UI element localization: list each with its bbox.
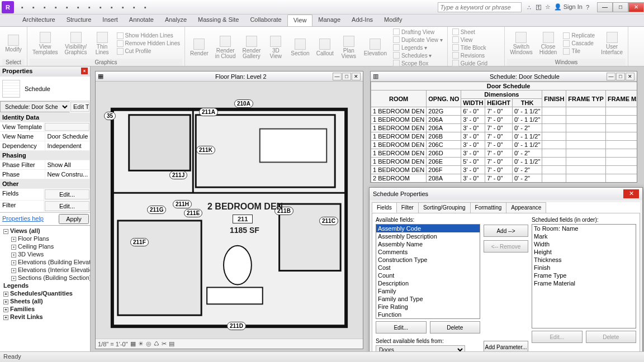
ribbon-schedules--button[interactable]: Schedules ▾	[391, 51, 445, 59]
ribbon-view-button[interactable]: ViewTemplates	[30, 31, 61, 56]
ribbon-cascade-button[interactable]: Cascade	[561, 40, 597, 47]
edit-type-button[interactable]: Edit Type	[70, 102, 89, 112]
type-selector[interactable]: Schedule: Door Sche	[0, 101, 70, 112]
ribbon-render-button[interactable]: RenderGallery	[240, 35, 264, 60]
door-tag[interactable]: 211E	[184, 209, 202, 217]
tab-annotate[interactable]: Annotate	[124, 15, 159, 26]
dlg-tab-appearance[interactable]: Appearance	[506, 202, 546, 213]
tree-item[interactable]: +Families	[1, 305, 89, 313]
prop-value[interactable]: Edit...	[45, 189, 89, 199]
ribbon-modify-button[interactable]: Modify	[2, 34, 25, 54]
door-tag[interactable]: 35	[104, 112, 116, 120]
ribbon-legends--button[interactable]: Legends ▾	[391, 44, 445, 51]
tree-item[interactable]: Legends	[1, 282, 89, 289]
list-item[interactable]: Family and Type	[376, 295, 480, 303]
list-item[interactable]: Description	[376, 279, 480, 287]
signin-link[interactable]: 👤 Sign In	[554, 3, 583, 11]
tab-structure[interactable]: Structure	[61, 15, 97, 26]
ribbon-guide-grid-button[interactable]: Guide Grid	[450, 59, 502, 67]
prop-value[interactable]: Edit...	[45, 201, 89, 211]
tab-add-ins[interactable]: Add-Ins	[346, 15, 378, 26]
list-item[interactable]: Frame Type	[532, 272, 636, 279]
ribbon-show-hidden-lines-button[interactable]: Show Hidden Lines	[115, 32, 182, 40]
table-row[interactable]: 1 BEDROOM DEN206B3' - 0"7' - 0"0' - 1 1/…	[371, 132, 637, 141]
list-item[interactable]: Function	[376, 311, 480, 318]
tree-item[interactable]: +Sheets (all)	[1, 297, 89, 305]
minimize-icon[interactable]: —	[607, 73, 615, 80]
ribbon-plan-button[interactable]: PlanViews	[338, 35, 360, 60]
tree-item[interactable]: +Ceiling Plans	[1, 242, 89, 250]
tab-massing-site[interactable]: Massing & Site	[192, 15, 244, 26]
ribbon-render-button[interactable]: Renderin Cloud	[212, 35, 239, 60]
list-item[interactable]: Height	[532, 248, 636, 256]
remove-button[interactable]: <-- Remove	[484, 240, 528, 253]
close-icon[interactable]: ✕	[623, 189, 639, 198]
3d-icon[interactable]: ▪	[141, 3, 150, 12]
copy-icon[interactable]: ▪	[85, 3, 94, 12]
close-button[interactable]: ✕	[628, 2, 644, 12]
tree-item[interactable]: +Elevations (Interior Elevation)	[1, 266, 89, 274]
close-icon[interactable]: ✕	[352, 73, 361, 80]
prop-value[interactable]: New Constru...	[45, 170, 91, 179]
print-icon[interactable]: ▪	[63, 3, 72, 12]
list-item[interactable]: Mark	[532, 232, 636, 240]
project-browser[interactable]: −Views (all)+Floor Plans+Ceiling Plans+3…	[0, 225, 90, 351]
door-tag[interactable]: 210A	[234, 99, 253, 108]
ribbon-drafting-view-button[interactable]: Drafting View	[391, 28, 445, 36]
paste-icon[interactable]: ▪	[96, 3, 105, 12]
prop-value[interactable]: Door Schedule	[45, 132, 91, 141]
prop-value[interactable]	[45, 123, 89, 131]
table-row[interactable]: 1 BEDROOM DEN202G6' - 0"7' - 0"0' - 1 1/…	[371, 107, 637, 116]
search-input[interactable]	[438, 2, 522, 12]
maximize-icon[interactable]: □	[616, 73, 625, 80]
star-icon[interactable]: ☆	[545, 3, 551, 11]
minimize-button[interactable]: —	[597, 2, 613, 12]
door-tag[interactable]: 211K	[196, 146, 215, 154]
list-item[interactable]: Comments	[376, 248, 480, 256]
delete-button[interactable]: Delete	[586, 331, 637, 343]
scheduled-fields-list[interactable]: To Room: NameMarkWidthHeightThicknessFin…	[532, 224, 636, 328]
edit-button[interactable]: Edit...	[376, 321, 427, 334]
ribbon-sheet-button[interactable]: Sheet	[450, 28, 502, 36]
tab-collaborate[interactable]: Collaborate	[244, 15, 287, 26]
save-icon[interactable]: ▪	[18, 3, 27, 12]
list-item[interactable]: To Room: Name	[532, 225, 636, 232]
ribbon-section-button[interactable]: Section	[288, 37, 312, 58]
tree-item[interactable]: +Schedules/Quantities	[1, 289, 89, 297]
ribbon-switch-button[interactable]: SwitchWindows	[507, 31, 536, 56]
ribbon--d-button[interactable]: 3DView	[264, 35, 287, 60]
dlg-tab-fields[interactable]: Fields	[372, 202, 397, 213]
tree-item[interactable]: +3D Views	[1, 250, 89, 258]
add-button[interactable]: Add -->	[484, 225, 528, 237]
view-control-bar[interactable]: 1/8" = 1'-0"▦☀◎♺✂▤	[96, 339, 363, 349]
undo-icon[interactable]: ▪	[40, 3, 49, 12]
tree-item[interactable]: +Elevations (Building Elevation)	[1, 258, 89, 266]
tree-item[interactable]: +Sections (Building Section)	[1, 274, 89, 282]
table-row[interactable]: 2 BEDROOM208A3' - 0"7' - 0"0' - 2"	[371, 174, 637, 183]
list-item[interactable]: Construction Type	[376, 256, 480, 264]
tab-view[interactable]: View	[287, 15, 313, 26]
table-row[interactable]: 1 BEDROOM DEN206C3' - 0"7' - 0"0' - 1 1/…	[371, 141, 637, 149]
door-tag[interactable]: 211G	[147, 206, 166, 214]
properties-help-link[interactable]: Properties help	[1, 214, 59, 224]
maximize-button[interactable]: □	[613, 2, 628, 12]
prop-value[interactable]: Independent	[45, 141, 91, 150]
tree-item[interactable]: +Revit Links	[1, 313, 89, 321]
tab-modify[interactable]: Modify	[378, 15, 408, 26]
home-icon[interactable]: ▪	[130, 3, 139, 12]
ribbon-duplicate-view--button[interactable]: Duplicate View ▾	[391, 36, 445, 44]
list-item[interactable]: Assembly Name	[376, 240, 480, 248]
open-icon[interactable]: ▪	[29, 3, 38, 12]
ribbon-visibility--button[interactable]: Visibility/Graphics	[62, 31, 90, 56]
close-icon[interactable]: ✕	[626, 73, 634, 80]
ribbon-revisions-button[interactable]: Revisions	[450, 51, 502, 59]
door-tag[interactable]: 211J	[169, 171, 187, 179]
ribbon-thin-button[interactable]: ThinLines	[91, 31, 113, 56]
dlg-tab-filter[interactable]: Filter	[396, 202, 419, 213]
list-item[interactable]: Thickness	[532, 256, 636, 264]
ribbon-scope-box-button[interactable]: Scope Box	[391, 59, 445, 67]
ribbon-replicate-button[interactable]: Replicate	[561, 32, 597, 40]
tree-item[interactable]: −Views (all)	[1, 227, 89, 235]
ribbon-remove-hidden-lines-button[interactable]: Remove Hidden Lines	[115, 40, 182, 47]
forum-icon[interactable]: ⛬	[526, 4, 532, 11]
